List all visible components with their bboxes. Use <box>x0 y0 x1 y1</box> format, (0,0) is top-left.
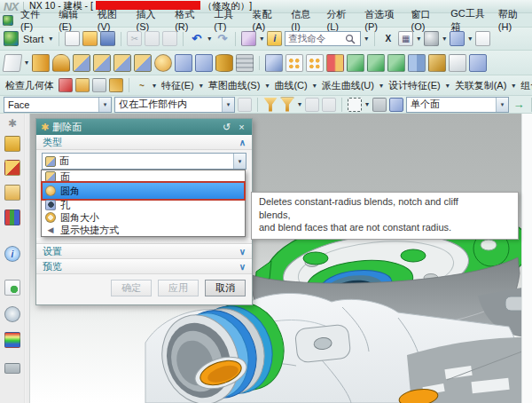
hole-icon[interactable] <box>73 54 90 72</box>
menu-item-2[interactable]: 视图(V) <box>92 8 129 32</box>
menu-item-0[interactable]: 文件(F) <box>15 8 51 32</box>
view-orient-caret[interactable]: ▾ <box>468 35 472 43</box>
sidebar-gear-icon[interactable]: ✱ <box>4 115 20 131</box>
curve-group-caret[interactable]: ▾ <box>153 82 156 90</box>
through-curves-icon[interactable] <box>408 54 426 72</box>
group-assoc-copy[interactable]: 关联复制(A) <box>455 79 507 92</box>
pattern-feature-icon[interactable] <box>286 54 303 72</box>
dropdown-item-3[interactable]: 圆角大小 <box>42 211 245 224</box>
edge-blend-icon[interactable] <box>154 54 172 72</box>
settings-section-header[interactable]: 设置 ∨ <box>36 244 252 259</box>
roles-icon[interactable] <box>4 363 20 374</box>
shaded-cube-icon[interactable] <box>389 98 403 112</box>
render-style-caret[interactable]: ▾ <box>442 35 446 43</box>
reverse-direction-icon[interactable]: → <box>512 98 526 112</box>
examine-geometry-label[interactable]: 检查几何体 <box>5 79 54 92</box>
display-mode-icon[interactable] <box>241 31 256 46</box>
display-mode-caret[interactable]: ▾ <box>260 35 263 43</box>
bounded-plane-icon[interactable] <box>428 54 446 72</box>
group-combine[interactable]: 组合(B) <box>520 79 532 92</box>
apply-button[interactable]: 应用 <box>158 280 199 296</box>
new-file-icon[interactable] <box>65 31 80 46</box>
snap-end-icon[interactable] <box>305 98 319 112</box>
highlight-icon[interactable] <box>372 98 387 112</box>
datum-icon[interactable] <box>236 54 254 72</box>
start-menu-label[interactable]: Start <box>23 34 43 44</box>
part-navigator-icon[interactable] <box>4 185 20 201</box>
ok-button[interactable]: 确定 <box>111 280 152 296</box>
start-globe-icon[interactable] <box>4 31 19 46</box>
type-filter-combo[interactable]: Face ▾ <box>4 97 112 113</box>
pocket-icon[interactable] <box>113 54 131 72</box>
revolve-icon[interactable] <box>52 54 70 72</box>
unite-icon[interactable] <box>347 54 364 72</box>
group-derived-curve-caret[interactable]: ▾ <box>379 82 383 90</box>
menu-item-6[interactable]: 装配(A) <box>247 8 284 32</box>
command-finder-input[interactable] <box>286 34 344 44</box>
start-menu-caret[interactable]: ▾ <box>49 35 52 43</box>
boss-icon[interactable] <box>93 54 111 72</box>
render-style-icon[interactable] <box>424 31 439 46</box>
menu-app-icon[interactable] <box>3 15 13 26</box>
menu-item-9[interactable]: 首选项(P) <box>359 8 403 32</box>
snap-point-active-icon[interactable] <box>280 98 294 112</box>
open-file-icon[interactable] <box>82 31 98 46</box>
shell-icon[interactable] <box>195 54 213 72</box>
menu-item-8[interactable]: 分析(L) <box>322 8 357 32</box>
dialog-close-icon[interactable]: × <box>236 122 247 132</box>
snapshot-icon[interactable] <box>475 31 490 46</box>
group-curve[interactable]: 曲线(C) <box>274 79 307 92</box>
selection-scope-caret[interactable]: ▾ <box>222 98 234 112</box>
selection-rule-combo[interactable]: 单个面 ▾ <box>406 97 509 113</box>
wcs-orientation-icon[interactable]: X <box>380 31 395 46</box>
mirror-feature-icon[interactable] <box>326 54 344 72</box>
type-filter-caret[interactable]: ▾ <box>98 98 111 112</box>
group-design-feature-caret[interactable]: ▾ <box>446 82 450 90</box>
redo-icon[interactable]: ↷ <box>215 31 230 46</box>
sketch-icon[interactable] <box>3 54 23 72</box>
command-finder-caret[interactable]: ▾ <box>364 35 368 43</box>
web-browser-icon[interactable]: i <box>4 246 20 262</box>
view-orient-icon[interactable] <box>450 31 465 46</box>
type-section-header[interactable]: 类型 ∧ <box>36 135 252 150</box>
sketch-caret[interactable]: ▾ <box>25 59 28 67</box>
extrude-icon[interactable] <box>32 54 50 72</box>
save-icon[interactable] <box>100 31 115 46</box>
curve-icon[interactable]: ~ <box>135 78 149 92</box>
pad-icon[interactable] <box>134 54 152 72</box>
type-combo-caret[interactable]: ▾ <box>233 154 246 169</box>
materials-icon[interactable] <box>4 280 20 296</box>
cancel-button[interactable]: 取消 <box>205 280 246 296</box>
menu-item-3[interactable]: 插入(S) <box>131 8 168 32</box>
dropdown-item-4[interactable]: ◀显示快捷方式 <box>42 224 245 236</box>
snap-point-icon[interactable] <box>263 98 278 112</box>
pattern-geometry-icon[interactable] <box>306 54 324 72</box>
group-derived-curve[interactable]: 派生曲线(U) <box>322 79 374 92</box>
copy-icon[interactable] <box>145 31 160 46</box>
cut-icon[interactable]: ✂ <box>127 31 142 46</box>
intersect-icon[interactable] <box>387 54 405 72</box>
thread-icon[interactable] <box>215 54 233 72</box>
help-info-icon[interactable]: i <box>267 31 282 46</box>
chevron-up-icon[interactable]: ∧ <box>239 138 246 147</box>
subtract-icon[interactable] <box>367 54 385 72</box>
group-sketch-curve-caret[interactable]: ▾ <box>265 82 269 90</box>
menu-item-4[interactable]: 格式(R) <box>169 8 206 32</box>
search-icon[interactable] <box>344 33 356 45</box>
group-feature[interactable]: 特征(E) <box>161 79 194 92</box>
window-layout-caret[interactable]: ▾ <box>417 35 420 43</box>
reuse-library-icon[interactable] <box>4 209 20 225</box>
selection-rule-caret[interactable]: ▾ <box>496 98 508 112</box>
selection-scope-combo[interactable]: 仅在工作部件内 ▾ <box>114 97 235 113</box>
type-combo[interactable]: 面 ▾ <box>42 153 246 170</box>
chevron-down-icon[interactable]: ∨ <box>239 262 246 272</box>
dialog-reset-icon[interactable]: ↺ <box>221 122 232 133</box>
group-feature-caret[interactable]: ▾ <box>200 82 203 90</box>
measure-bodies-icon[interactable] <box>75 78 90 92</box>
history-icon[interactable] <box>4 306 20 322</box>
examine-geometry-icon[interactable] <box>59 78 73 92</box>
paste-icon[interactable] <box>162 31 177 46</box>
dropdown-item-0[interactable]: 面 <box>42 170 245 183</box>
dialog-header[interactable]: ✱ 删除面 ↺ × <box>36 119 252 135</box>
menu-item-1[interactable]: 编辑(E) <box>53 8 90 32</box>
